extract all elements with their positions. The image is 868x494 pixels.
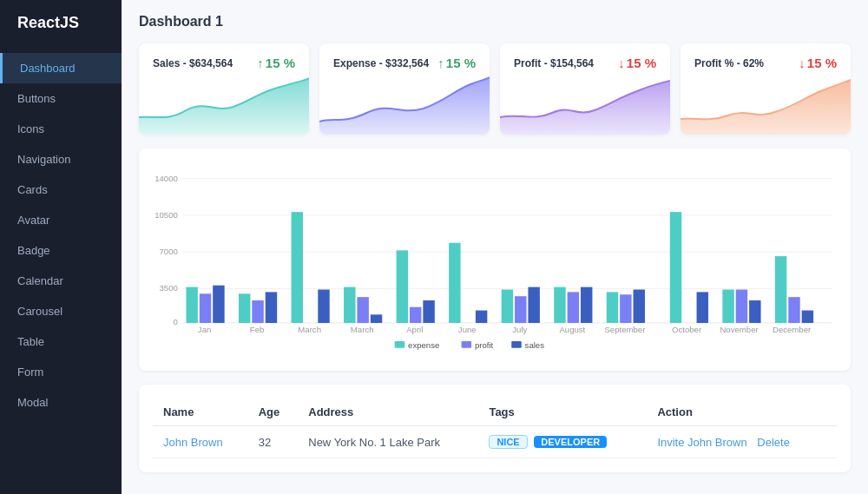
svg-text:April: April [406, 325, 423, 334]
sidebar-item-cards[interactable]: Cards [0, 175, 122, 205]
bar-feb-expense [239, 293, 250, 323]
row-age: 32 [248, 426, 299, 458]
svg-text:7000: 7000 [159, 247, 177, 256]
bar-jan-profit [200, 293, 211, 323]
stat-change-profit-pct: ↓ 15 % [799, 56, 837, 70]
invite-action[interactable]: Invite John Brown [657, 436, 746, 449]
stat-change-profit: ↓ 15 % [618, 56, 656, 70]
data-table: Name Age Address Tags Action John Brown … [153, 398, 837, 458]
bar-nov-expense [722, 290, 733, 323]
svg-text:expense: expense [408, 340, 439, 350]
bar-jul-profit [515, 296, 526, 323]
arrow-down-icon: ↓ [618, 56, 625, 70]
arrow-up-icon: ↑ [437, 56, 444, 70]
stat-cards: Sales - $634,564 ↑ 15 % [139, 43, 851, 135]
page-title: Dashboard 1 [139, 14, 851, 30]
sidebar-item-table[interactable]: Table [0, 326, 122, 357]
sidebar-item-calendar[interactable]: Calendar [0, 266, 122, 296]
tag-developer: DEVELOPER [534, 436, 607, 448]
bar-aug-sales [581, 287, 592, 323]
bar-mar2-profit [357, 297, 368, 323]
arrow-up-icon: ↑ [257, 56, 264, 70]
svg-text:March: March [298, 325, 321, 334]
bar-nov-profit [736, 290, 747, 323]
svg-text:July: July [512, 325, 527, 334]
svg-text:August: August [559, 325, 585, 334]
bar-feb-profit [252, 300, 263, 323]
svg-text:October: October [672, 325, 702, 334]
bar-dec-profit [788, 297, 799, 323]
bar-sep-profit [620, 294, 631, 323]
stat-label-profit-pct: Profit % - 62% [694, 57, 764, 69]
stat-card-expense: Expense - $332,564 ↑ 15 % [319, 43, 490, 135]
svg-text:Jan: Jan [198, 325, 211, 334]
bar-dec-sales [802, 311, 813, 323]
sidebar: ReactJS Dashboard Buttons Icons Navigati… [0, 0, 122, 494]
bar-jul-expense [502, 290, 513, 323]
row-name-link[interactable]: John Brown [163, 436, 223, 449]
bar-nov-sales [749, 300, 760, 323]
stat-label-expense: Expense - $332,564 [333, 57, 429, 69]
svg-text:profit: profit [475, 340, 494, 350]
bar-oct-sales [697, 292, 708, 323]
table-card: Name Age Address Tags Action John Brown … [139, 385, 851, 472]
bar-jan-expense [186, 287, 197, 323]
bar-sep-sales [634, 290, 645, 323]
stat-chart-profit [500, 74, 670, 135]
bar-aug-expense [554, 287, 565, 323]
sidebar-item-dashboard[interactable]: Dashboard [0, 53, 122, 83]
svg-text:March: March [351, 325, 374, 334]
row-actions: Invite John Brown Delete [647, 426, 837, 458]
app-logo: ReactJS [0, 0, 122, 46]
arrow-down-icon: ↓ [799, 56, 806, 70]
tag-nice: NICE [489, 435, 527, 449]
svg-rect-24 [462, 341, 472, 348]
stat-chart-sales [139, 74, 309, 135]
stat-change-sales: ↑ 15 % [257, 56, 295, 70]
bar-chart-card: 14000 10500 7000 3500 0 Jan Feb [139, 148, 851, 371]
col-tags: Tags [478, 398, 647, 426]
svg-text:December: December [773, 325, 812, 334]
stat-card-profit: Profit - $154,564 ↓ 15 % [500, 43, 670, 135]
bar-mar1-expense [292, 212, 303, 323]
svg-text:10500: 10500 [155, 210, 178, 220]
row-address: New York No. 1 Lake Park [298, 426, 478, 458]
delete-action[interactable]: Delete [757, 436, 790, 449]
sidebar-item-carousel[interactable]: Carousel [0, 296, 122, 326]
bar-aug-profit [568, 292, 579, 323]
svg-text:June: June [458, 325, 477, 334]
svg-rect-22 [395, 341, 405, 348]
svg-text:sales: sales [525, 340, 545, 350]
sidebar-item-avatar[interactable]: Avatar [0, 205, 122, 235]
sidebar-item-badge[interactable]: Badge [0, 235, 122, 266]
stat-card-sales: Sales - $634,564 ↑ 15 % [139, 43, 309, 135]
svg-text:0: 0 [173, 317, 177, 326]
bar-apr-expense [397, 250, 408, 323]
stat-chart-expense [319, 74, 490, 135]
bar-mar1-sales [318, 290, 329, 323]
sidebar-nav: Dashboard Buttons Icons Navigation Cards… [0, 46, 122, 494]
bar-oct-expense [670, 212, 681, 323]
stat-change-expense: ↑ 15 % [437, 56, 476, 70]
bar-mar2-expense [344, 287, 355, 323]
sidebar-item-form[interactable]: Form [0, 357, 122, 387]
stat-label-profit: Profit - $154,564 [514, 57, 594, 69]
sidebar-item-icons[interactable]: Icons [0, 114, 122, 144]
svg-text:14000: 14000 [155, 174, 178, 183]
col-age: Age [248, 398, 299, 426]
col-action: Action [647, 398, 837, 426]
bar-dec-expense [775, 256, 786, 323]
bar-jan-sales [213, 286, 224, 323]
bar-jul-sales [528, 287, 539, 323]
sidebar-item-modal[interactable]: Modal [0, 387, 122, 418]
bar-sep-expense [607, 292, 618, 323]
col-address: Address [298, 398, 478, 426]
sidebar-item-buttons[interactable]: Buttons [0, 83, 122, 114]
stat-label-sales: Sales - $634,564 [153, 57, 233, 69]
stat-chart-profit-pct [681, 74, 851, 135]
svg-text:3500: 3500 [159, 283, 177, 293]
svg-rect-26 [511, 341, 522, 348]
sidebar-item-navigation[interactable]: Navigation [0, 144, 122, 175]
svg-text:November: November [720, 325, 759, 334]
svg-text:September: September [604, 325, 646, 334]
